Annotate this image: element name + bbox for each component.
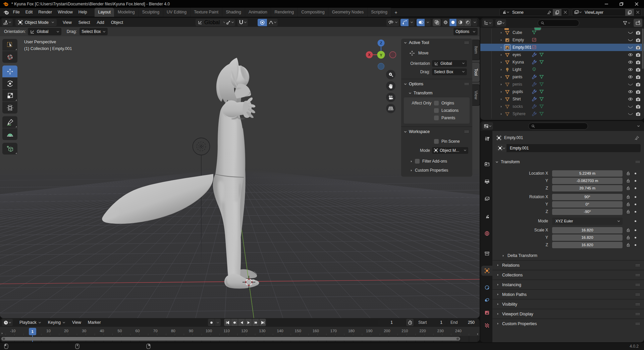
shading-solid-button[interactable] [449,19,457,26]
filter-addons-checkbox[interactable] [415,159,420,164]
lock-icon[interactable] [626,178,631,183]
play-button[interactable] [245,319,252,326]
properties-tab-collection[interactable] [481,249,492,259]
hide-eye-icon[interactable] [628,105,633,108]
outliner-search-input[interactable] [538,19,579,27]
delta-transform-panel[interactable]: Delta Transform [492,251,644,260]
menu-edit[interactable]: Edit [22,8,36,17]
camera-visibility-icon[interactable] [636,82,641,87]
properties-tab-render[interactable] [481,159,492,169]
properties-tab-tool[interactable] [481,134,492,144]
animate-dot[interactable] [635,187,636,189]
properties-tab-world[interactable] [481,228,492,238]
outliner-editor-type-button[interactable] [482,19,493,27]
animate-dot[interactable] [635,204,636,205]
proportional-editing-toggle[interactable] [258,19,267,26]
play-reverse-button[interactable] [238,319,245,326]
tab-texture-paint[interactable]: Texture Paint [191,8,222,17]
transform-panel-header[interactable]: Transform [492,158,644,166]
visibility-dropdown[interactable] [386,19,399,26]
show-eye-icon[interactable] [628,60,633,64]
show-eye-icon[interactable] [628,68,633,71]
properties-options-chevron[interactable] [637,125,640,128]
hide-eye-icon[interactable] [628,83,633,86]
sidebar-tab-tool[interactable]: Tool [472,62,480,82]
outliner-row-light[interactable]: Light [480,66,644,73]
transform-subpanel-header[interactable]: Transform [401,89,472,97]
snapping-button[interactable] [237,19,248,26]
viewport-menu-object[interactable]: Object [108,20,126,25]
sidebar-tab-view[interactable]: View [472,84,480,106]
workspace-panel-header[interactable]: Workspace [401,128,472,136]
drag-dropdown[interactable]: Select Box [79,28,108,35]
show-eye-icon[interactable] [628,53,633,56]
tab-rendering[interactable]: Rendering [271,8,298,17]
outliner-row-eyes[interactable]: eyes [480,51,644,58]
tab-geometry-nodes[interactable]: Geometry Nodes [328,8,367,17]
sidebar-orientation-dropdown[interactable]: Global [432,60,467,67]
expand-arrow-icon[interactable] [499,46,503,49]
tool-select-box[interactable] [2,39,17,51]
expand-arrow-icon[interactable] [499,105,503,108]
timeline-collapse-arrow-right[interactable] [476,333,479,336]
perspective-toggle-button[interactable] [386,104,395,113]
properties-search-input[interactable] [528,123,588,130]
expand-arrow-icon[interactable] [499,68,503,71]
jump-to-end-button[interactable] [259,319,266,326]
animate-dot[interactable] [635,244,636,246]
viewport-menu-view[interactable]: View [59,20,75,25]
viewport-menu-add[interactable]: Add [94,20,108,25]
editor-type-button[interactable] [2,19,13,26]
add-workspace-button[interactable]: + [391,8,400,17]
tab-sculpting[interactable]: Sculpting [139,8,163,17]
unlink-scene-button[interactable] [561,9,569,16]
scale-z-field[interactable]: 16.820 [552,242,623,248]
object-name-field[interactable]: Empty.001 [496,144,641,152]
tab-compositing[interactable]: Compositing [298,8,328,17]
hide-eye-icon[interactable] [628,112,633,116]
tool-move[interactable] [2,65,17,77]
tab-shading[interactable]: Shading [222,8,245,17]
current-frame-field[interactable]: 1 [378,319,405,326]
animate-dot[interactable] [635,237,636,238]
viewport-menu-select[interactable]: Select [75,20,94,25]
custom-properties-panel-header[interactable]: Custom Properties [492,318,644,328]
outliner-row-socks[interactable]: socks [480,103,644,110]
expand-arrow-icon[interactable] [499,83,503,86]
location-x-field[interactable]: 5.2249 m [552,170,623,177]
outliner-scrollbar[interactable] [642,29,644,69]
previous-keyframe-button[interactable] [231,319,238,326]
pin-id-icon[interactable] [634,135,639,140]
instancing-panel-header[interactable]: Instancing [492,279,644,289]
menu-file[interactable]: File [10,8,22,17]
active-tool-panel-header[interactable]: Active Tool [401,39,472,47]
shading-material-button[interactable] [457,19,464,26]
outliner-row-cube[interactable]: Cube [480,29,644,36]
rotation-y-field[interactable]: 0° [552,201,623,208]
gizmos-dropdown[interactable] [409,19,415,26]
menu-help[interactable]: Help [75,8,90,17]
expand-arrow-icon[interactable] [499,39,503,42]
rotation-mode-dropdown[interactable]: XYZ Euler [552,218,623,225]
frame-start-field[interactable]: Start 1 [415,319,446,326]
camera-visibility-icon[interactable] [636,75,641,80]
menu-render[interactable]: Render [36,8,55,17]
transform-orientation-dropdown[interactable]: Global [196,19,228,26]
shading-wireframe-button[interactable] [442,19,449,26]
rotation-z-field[interactable]: -90° [552,209,623,215]
camera-visibility-icon[interactable] [636,30,641,35]
expand-arrow-icon[interactable] [499,98,503,101]
camera-visibility-icon[interactable] [636,104,641,109]
remove-view-layer-button[interactable] [634,9,641,16]
timeline-menu-view[interactable]: View [69,320,85,325]
outliner-display-mode-button[interactable] [495,19,506,27]
timeline-scrollbar[interactable] [1,337,460,341]
scale-y-field[interactable]: 16.820 [552,234,623,241]
zoom-button[interactable] [386,70,395,79]
auto-keying-button[interactable] [406,319,414,326]
properties-editor-type-button[interactable] [482,122,493,130]
new-collection-button[interactable] [634,19,642,27]
overlays-toggle[interactable] [417,19,425,26]
camera-visibility-icon[interactable] [636,38,641,43]
options-dropdown[interactable]: Options [453,28,478,35]
